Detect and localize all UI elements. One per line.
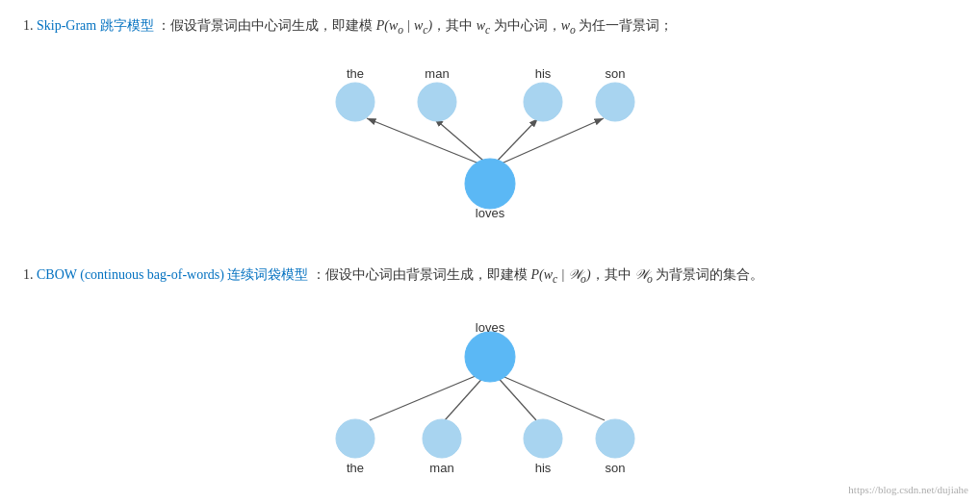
svg-line-3 [493, 118, 538, 165]
section2-title: 1. CBOW (continuous bag-of-words) 连续词袋模型… [23, 264, 957, 289]
svg-line-12 [445, 374, 486, 420]
cbow-label-his: his [535, 461, 552, 475]
cbow-diagram: loves the man his son [23, 299, 957, 501]
section2-link[interactable]: CBOW (continuous bag-of-words) 连续词袋模型 [37, 267, 308, 282]
svg-point-9 [465, 159, 515, 209]
skipgram-label-son: son [606, 66, 626, 81]
skipgram-label-man: man [425, 66, 449, 81]
watermark: https://blog.csdn.net/dujiahe [848, 484, 968, 495]
svg-point-8 [596, 83, 634, 121]
svg-point-19 [596, 419, 634, 458]
svg-point-18 [524, 419, 562, 458]
section-cbow: 1. CBOW (continuous bag-of-words) 连续词袋模型… [23, 264, 957, 500]
svg-line-2 [434, 118, 489, 165]
section1-desc: ：假设背景词由中心词生成，即建模 P(wo | wc)，其中 wc 为中心词，w… [157, 18, 673, 33]
svg-point-17 [423, 419, 461, 458]
cbow-label-the: the [347, 461, 364, 475]
cbow-center-label: loves [476, 320, 505, 335]
svg-point-15 [465, 332, 515, 382]
svg-line-1 [367, 118, 486, 166]
section2-num: 1. [23, 267, 34, 282]
section2-desc: ：假设中心词由背景词生成，即建模 P(wc | 𝒲o)，其中 𝒲o 为背景词的集… [312, 267, 763, 282]
cbow-label-man: man [429, 461, 453, 475]
section1-num: 1. [23, 18, 34, 33]
svg-point-6 [418, 83, 456, 121]
svg-line-13 [495, 374, 536, 420]
skipgram-label-the: the [347, 66, 364, 81]
svg-point-7 [524, 83, 562, 121]
cbow-label-son: son [606, 461, 626, 475]
skipgram-diagram: the man his son loves [23, 49, 957, 241]
svg-point-5 [336, 83, 374, 121]
svg-line-4 [495, 118, 604, 166]
skipgram-center-label: loves [476, 206, 505, 220]
section1-link[interactable]: Skip-Gram 跳字模型 [37, 18, 154, 33]
svg-line-14 [498, 374, 605, 420]
skipgram-label-his: his [535, 66, 552, 81]
svg-point-16 [336, 419, 374, 458]
section1-title: 1. Skip-Gram 跳字模型 ：假设背景词由中心词生成，即建模 P(wo … [23, 15, 957, 39]
section-skipgram: 1. Skip-Gram 跳字模型 ：假设背景词由中心词生成，即建模 P(wo … [23, 15, 957, 241]
